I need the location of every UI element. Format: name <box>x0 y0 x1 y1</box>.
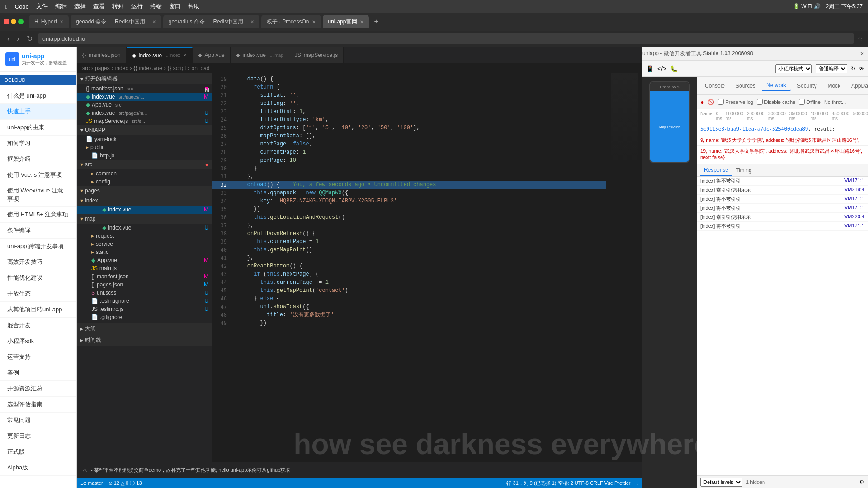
folder-common[interactable]: ▸ common <box>77 169 212 178</box>
folder-service[interactable]: ▸ service <box>77 240 212 248</box>
settings-icon[interactable]: ⚙ <box>859 479 864 485</box>
sidebar-item-hybrid[interactable]: 混合开发 <box>0 318 76 333</box>
folder-pages[interactable]: ▾ pages <box>77 186 212 196</box>
menu-run[interactable]: 运行 <box>131 2 143 10</box>
sidebar-item-what[interactable]: 什么是 uni-app <box>0 88 76 104</box>
devtools-tab-console[interactable]: Console <box>700 81 729 91</box>
sidebar-item-weex[interactable]: 使用 Weex/nvue 注意事项 <box>0 183 76 207</box>
refresh-button[interactable]: ↻ <box>25 33 34 44</box>
sidebar-item-performance[interactable]: 性能优化建议 <box>0 270 76 286</box>
mode-select[interactable]: 小程序模式 <box>775 64 812 73</box>
browser-tab-geoadd[interactable]: geoadd 命令 — Redis中国用... ✕ <box>71 15 161 28</box>
bc-src[interactable]: src <box>82 65 90 71</box>
disable-cache-input[interactable] <box>757 99 763 105</box>
editor-tab-manifest[interactable]: {} manifest.json <box>77 47 127 63</box>
folder-index[interactable]: ▾ index <box>77 196 212 206</box>
devtools-tab-appdata[interactable]: AppData <box>847 81 868 91</box>
log-level-select[interactable]: Default levels <box>700 478 742 487</box>
offline-input[interactable] <box>799 99 805 105</box>
sidebar-item-resources[interactable]: 开源资源汇总 <box>0 381 76 397</box>
browser-tab-hyperf[interactable]: H Hyperf ✕ <box>29 15 69 28</box>
file-eslintrc[interactable]: JS .eslintrc.js U <box>77 305 212 313</box>
clear-icon[interactable]: 🚫 <box>708 99 714 105</box>
menu-terminal[interactable]: 终端 <box>150 2 162 10</box>
sidebar-item-sdk[interactable]: 小程序sdk <box>0 333 76 349</box>
eye-icon[interactable]: 👁 <box>859 66 864 72</box>
open-file-manifest[interactable]: {} manifest.json src M <box>77 84 212 93</box>
git-branch[interactable]: ⎇ master <box>80 480 103 486</box>
sidebar-item-html5[interactable]: 使用 HTML5+ 注意事项 <box>0 207 76 223</box>
disable-cache-checkbox[interactable]: Disable cache <box>757 99 795 105</box>
bc-onload[interactable]: onLoad <box>191 65 209 71</box>
big-outline-section[interactable]: ▸ 大纲 <box>77 323 212 334</box>
sidebar-item-conditional[interactable]: 条件编译 <box>0 223 76 239</box>
editor-tab-index-map[interactable]: ◆ index.vue ....lmap <box>231 47 289 63</box>
bc-script[interactable]: script <box>173 65 186 71</box>
editor-tab-mapservice[interactable]: JS mapService.js <box>289 47 344 63</box>
bookmark-icon[interactable]: ☆ <box>858 36 863 42</box>
timeline-section[interactable]: ▸ 时间线 <box>77 334 212 346</box>
tab-close-icon[interactable]: ✕ <box>152 19 156 24</box>
bc-index[interactable]: index <box>115 65 128 71</box>
address-input[interactable] <box>38 33 854 44</box>
sidebar-item-framework[interactable]: 框架介绍 <box>0 151 76 167</box>
code-content[interactable]: data() { return { selfLat: '', selfLng: … <box>231 73 606 478</box>
open-file-app[interactable]: ◆ App.vue src <box>77 101 212 109</box>
maximize-button[interactable] <box>18 19 24 24</box>
menu-help[interactable]: 帮助 <box>188 2 200 10</box>
menu-edit[interactable]: 编辑 <box>55 2 67 10</box>
file-gitignore[interactable]: 📄 .gitignore <box>77 313 212 321</box>
error-count[interactable]: ⊘ 12 △ 0 ⓘ 13 <box>108 480 142 487</box>
preserve-log-input[interactable] <box>718 99 724 105</box>
forward-button[interactable]: › <box>15 34 21 44</box>
close-button[interactable] <box>4 19 9 24</box>
file-eslintignore[interactable]: 📄 .eslintignore U <box>77 297 212 305</box>
response-tab-timing[interactable]: Timing <box>732 165 755 175</box>
opened-editors-section[interactable]: ▾ 打开的编辑器 <box>77 73 212 84</box>
sidebar-item-evaluation[interactable]: 选型评估指南 <box>0 397 76 413</box>
sidebar-item-ecosystem[interactable]: 开放生态 <box>0 286 76 302</box>
sidebar-item-learn[interactable]: 如何学习 <box>0 136 76 151</box>
tab-close-icon[interactable]: ✕ <box>183 53 187 58</box>
toolbar-code-icon[interactable]: </> <box>657 65 666 72</box>
devtools-tab-network[interactable]: Network <box>762 80 791 91</box>
tab-close-icon[interactable]: ✕ <box>360 19 363 24</box>
git-sync[interactable]: ↕ <box>636 480 639 486</box>
minimize-button[interactable] <box>11 19 16 24</box>
tab-close-icon[interactable]: ✕ <box>312 19 316 24</box>
response-tab-response[interactable]: Response <box>700 165 732 176</box>
file-manifest-json[interactable]: {} manifest.json M <box>77 272 212 281</box>
sidebar-item-alpha[interactable]: Alpha版 <box>0 460 76 476</box>
record-icon[interactable]: ● <box>700 99 704 106</box>
file-pages-json[interactable]: {} pages.json M <box>77 281 212 289</box>
open-file-mapservice[interactable]: JS mapService.js src/s... U <box>77 117 212 125</box>
file-map-index[interactable]: ◆ index.vue U <box>77 224 212 232</box>
browser-tab-uniapp[interactable]: uni-app官网 ✕ <box>323 15 369 28</box>
toolbar-debug-icon[interactable]: 🐛 <box>670 65 678 72</box>
sidebar-item-faq[interactable]: 常见问题 <box>0 413 76 428</box>
menu-goto[interactable]: 转到 <box>112 2 124 10</box>
devtools-tab-security[interactable]: Security <box>793 81 821 91</box>
editor-tab-app-vue[interactable]: ◆ App.vue <box>193 47 231 63</box>
file-http[interactable]: 📄 http.js <box>77 151 212 160</box>
sidebar-item-origin[interactable]: uni-app的由来 <box>0 120 76 136</box>
sidebar-item-ops[interactable]: 运营支持 <box>0 349 76 365</box>
vm-item-6[interactable]: [index] 将不被引引 VM171:1 <box>697 222 868 231</box>
sidebar-item-crossplatform[interactable]: uni-app 跨端开发事项 <box>0 239 76 254</box>
folder-request[interactable]: ▸ request <box>77 232 212 240</box>
sidebar-item-changelog[interactable]: 更新日志 <box>0 428 76 444</box>
folder-map[interactable]: ▾ map <box>77 214 212 224</box>
browser-tab-georadius[interactable]: georadius 命令 — Redis中国用... ✕ <box>163 15 259 28</box>
devtools-close-icon[interactable]: ✕ <box>860 51 868 57</box>
browser-tab-processon[interactable]: 板子 · ProcessOn ✕ <box>261 15 321 28</box>
menu-code[interactable]: Code <box>15 3 29 10</box>
sidebar-item-tips[interactable]: 高效开发技巧 <box>0 254 76 270</box>
editor-tab-index-vue[interactable]: ◆ index.vue ...lindex ✕ <box>127 47 193 63</box>
sidebar-item-vuejs[interactable]: 使用 Vue.js 注意事项 <box>0 167 76 183</box>
sidebar-item-cases[interactable]: 案例 <box>0 365 76 381</box>
file-uni-scss[interactable]: S uni.scss U <box>77 289 212 297</box>
menu-file[interactable]: 文件 <box>36 2 48 10</box>
menu-view[interactable]: 查看 <box>93 2 105 10</box>
sidebar-item-migrate[interactable]: 从其他项目转uni-app <box>0 302 76 318</box>
tab-close-icon[interactable]: ✕ <box>250 19 254 24</box>
